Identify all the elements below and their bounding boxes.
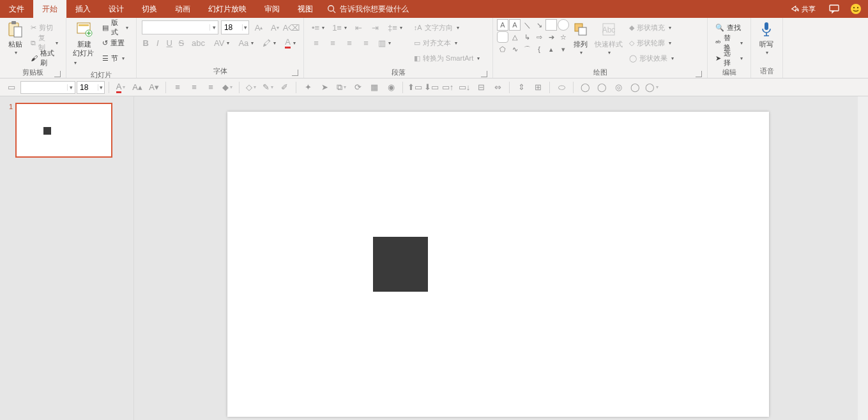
shape-textbox[interactable]: A xyxy=(497,19,508,31)
shape-triangle[interactable]: △ xyxy=(509,31,521,43)
tb-effects[interactable]: ✎▾ xyxy=(260,80,275,94)
align-center-button[interactable]: ≡ xyxy=(326,36,340,50)
tb-distribute-h[interactable]: ⇔ xyxy=(490,80,505,94)
copy-button[interactable]: ⧉复制▾ xyxy=(28,36,61,50)
reset-button[interactable]: ↺重置 xyxy=(100,36,131,50)
new-slide-button[interactable]: 新建 幻灯片▾ xyxy=(70,19,98,69)
chevron-down-icon[interactable]: ▾ xyxy=(242,24,248,31)
tab-slideshow[interactable]: 幻灯片放映 xyxy=(199,0,255,18)
dialog-launcher-icon[interactable] xyxy=(54,71,61,77)
account-smiley-icon[interactable] xyxy=(850,3,862,15)
dialog-launcher-icon[interactable] xyxy=(292,70,298,76)
tb-select-pane[interactable]: ▦ xyxy=(367,80,382,94)
shape-textbox-vert[interactable]: A xyxy=(509,19,521,31)
columns-button[interactable]: ▥▾ xyxy=(376,36,393,50)
bold-button[interactable]: B xyxy=(142,36,150,50)
shape-arc[interactable]: ⌒ xyxy=(521,43,533,55)
shape-rounded-rect[interactable] xyxy=(497,31,508,43)
underline-button[interactable]: U xyxy=(165,36,174,50)
font-size-combo[interactable]: ▾ xyxy=(221,20,250,34)
shape-arrow2[interactable]: ➔ xyxy=(545,31,557,43)
align-text-button[interactable]: ▭对齐文本▾ xyxy=(411,36,482,50)
change-case-button[interactable]: Aa▾ xyxy=(236,36,256,50)
char-spacing-button[interactable]: AV▾ xyxy=(211,36,232,50)
clear-formatting-button[interactable]: A⌫ xyxy=(284,20,298,34)
text-shadow-button[interactable]: abc xyxy=(189,36,208,50)
select-button[interactable]: ➤选择▾ xyxy=(713,51,745,65)
font-size-input[interactable] xyxy=(222,21,242,34)
tb-textbox-icon[interactable]: ▭ xyxy=(4,80,19,94)
tb-align-left[interactable]: ≡ xyxy=(170,80,185,94)
shapes-gallery[interactable]: A A ＼ ↘ △ ↳ ⇨ ➔ ☆ ⬠ ∿ ⌒ { ▴ ▾ xyxy=(497,19,569,55)
align-left-button[interactable]: ≡ xyxy=(309,36,323,50)
tab-home[interactable]: 开始 xyxy=(33,0,66,18)
tb-merge1[interactable]: ⬭ xyxy=(554,80,569,94)
thumbnail-preview[interactable] xyxy=(15,103,112,158)
decrease-font-button[interactable]: A▾ xyxy=(268,20,282,34)
slide-thumbnail-panel[interactable]: 1 xyxy=(0,96,134,420)
increase-indent-button[interactable]: ⇥ xyxy=(369,20,383,34)
tb-font-size-combo[interactable]: ▾ xyxy=(77,81,105,94)
dialog-launcher-icon[interactable] xyxy=(481,71,487,77)
find-button[interactable]: 🔍查找 xyxy=(713,20,745,34)
increase-font-button[interactable]: A▴ xyxy=(252,20,265,34)
tb-align[interactable]: ⊟ xyxy=(473,80,489,94)
tb-align-center[interactable]: ≡ xyxy=(187,80,202,94)
shape-flow1[interactable]: ⬠ xyxy=(497,43,508,55)
shape-outline-button[interactable]: ◇形状轮廓▾ xyxy=(627,36,676,50)
font-name-input[interactable] xyxy=(142,21,209,34)
italic-button[interactable]: I xyxy=(154,36,162,50)
dialog-launcher-icon[interactable] xyxy=(696,71,702,77)
shape-gallery-more[interactable]: ▾ xyxy=(558,43,569,55)
line-spacing-button[interactable]: ‡≡▾ xyxy=(385,20,405,34)
vertical-scrollbar[interactable] xyxy=(858,96,868,420)
slide-shape-rectangle[interactable] xyxy=(373,237,428,292)
shape-rect[interactable] xyxy=(545,19,557,31)
dictate-button[interactable]: 听写▾ xyxy=(755,19,778,59)
tb-animate[interactable]: ◉ xyxy=(383,80,399,94)
shape-star[interactable]: ☆ xyxy=(558,31,569,43)
tb-dist-v[interactable]: ⇕ xyxy=(514,80,529,94)
tb-font-color[interactable]: A▾ xyxy=(113,80,128,94)
shape-fill-button[interactable]: ◆形状填充▾ xyxy=(627,20,676,34)
replace-button[interactable]: ᵃᵇ替换▾ xyxy=(713,36,745,50)
tb-outline[interactable]: ◇▾ xyxy=(243,80,259,94)
tb-shp-circ4[interactable]: ◯▾ xyxy=(644,80,659,94)
shape-curve[interactable]: ∿ xyxy=(509,43,521,55)
tb-fill[interactable]: ◆▾ xyxy=(220,80,235,94)
shape-oval[interactable] xyxy=(558,19,569,31)
tb-shp-circle[interactable]: ◯ xyxy=(577,80,593,94)
align-right-button[interactable]: ≡ xyxy=(342,36,356,50)
layout-button[interactable]: ▤版式▾ xyxy=(100,20,131,34)
tb-shp-donut[interactable]: ◎ xyxy=(611,80,626,94)
slide[interactable] xyxy=(227,112,769,417)
shape-effects-button[interactable]: ◯形状效果▾ xyxy=(627,51,676,65)
tab-review[interactable]: 审阅 xyxy=(255,0,289,18)
share-button[interactable]: 共享 xyxy=(788,2,818,16)
shape-connector[interactable]: ↳ xyxy=(521,31,533,43)
tb-star[interactable]: ✦ xyxy=(300,80,316,94)
shape-brace[interactable]: { xyxy=(533,43,545,55)
tb-eyedropper[interactable]: ✐ xyxy=(277,80,292,94)
section-button[interactable]: ☰节▾ xyxy=(100,51,131,65)
decrease-indent-button[interactable]: ⇤ xyxy=(352,20,366,34)
tb-font-size-input[interactable] xyxy=(77,82,98,93)
numbering-button[interactable]: 1≡▾ xyxy=(330,20,349,34)
tab-transitions[interactable]: 切换 xyxy=(133,0,166,18)
tb-arrow[interactable]: ➤ xyxy=(317,80,332,94)
tb-decrease-font[interactable]: A▾ xyxy=(146,80,162,94)
tb-font-name-combo[interactable]: ▾ xyxy=(20,81,75,94)
tab-animations[interactable]: 动画 xyxy=(166,0,199,18)
tb-font-name-input[interactable] xyxy=(21,82,67,93)
tb-rotate[interactable]: ⟳ xyxy=(350,80,365,94)
bullets-button[interactable]: •≡▾ xyxy=(309,20,327,34)
thumbnail-item[interactable]: 1 xyxy=(6,103,127,158)
tell-me-search[interactable]: 告诉我你想要做什么 xyxy=(327,4,409,15)
tb-shp-circle2[interactable]: ◯ xyxy=(594,80,609,94)
comments-icon[interactable] xyxy=(828,3,840,15)
tb-align-right[interactable]: ≡ xyxy=(203,80,218,94)
tb-snap[interactable]: ⊞ xyxy=(530,80,545,94)
tab-design[interactable]: 设计 xyxy=(100,0,133,18)
shape-arrow-line[interactable]: ↘ xyxy=(533,19,545,31)
tab-view[interactable]: 视图 xyxy=(289,0,322,18)
